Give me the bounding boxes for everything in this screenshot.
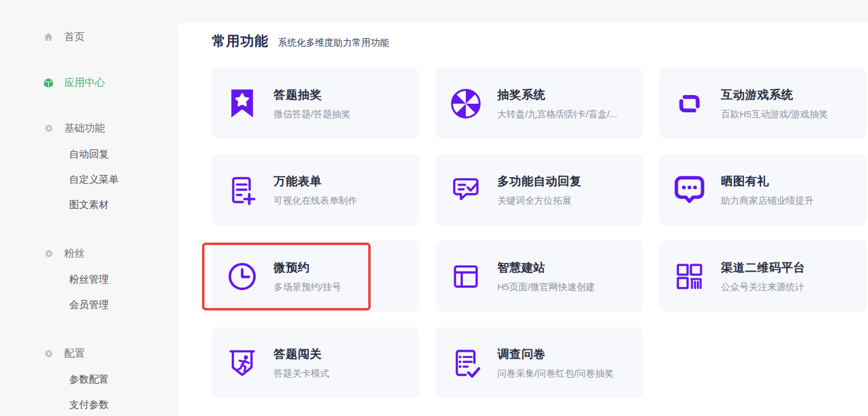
home-icon [43, 32, 54, 43]
runner-badge-icon [224, 345, 260, 381]
app-card-universal-form[interactable]: 万能表单 可视化在线表单制作 [212, 154, 419, 225]
sidebar-item-label: 首页 [64, 30, 85, 44]
sidebar-item-label: 粉丝管理 [69, 273, 109, 286]
app-card-quiz-lottery[interactable]: 答题抽奖 微信答题/答题抽奖 [212, 68, 419, 139]
app-card-interactive-game[interactable]: 互动游戏系统 百款H5互动游戏/游戏抽奖 [659, 68, 867, 139]
sidebar-item-label: 配置 [64, 347, 85, 360]
sidebar-item-config[interactable]: 配置 [0, 340, 178, 367]
app-card-survey[interactable]: 调查问卷 问卷采集/问卷红包/问卷抽奖 [436, 327, 643, 398]
main-panel: 常用功能 系统化多维度助力常用功能 答题抽奖 微信答题/答题抽奖 抽奖系统 大转… [178, 22, 868, 416]
app-card-photo-reward[interactable]: 晒图有礼 助力商家店铺业绩提升 [659, 154, 867, 225]
card-subtitle: 答题关卡模式 [274, 368, 329, 380]
card-title: 答题抽奖 [274, 87, 350, 103]
app-card-quiz-challenge[interactable]: 答题闯关 答题关卡模式 [212, 327, 419, 398]
app-card-grid: 答题抽奖 微信答题/答题抽奖 抽奖系统 大转盘/九宫格/刮刮卡/盲盒/... 互… [212, 68, 867, 398]
form-plus-icon [224, 172, 260, 208]
card-title: 万能表单 [274, 173, 357, 189]
card-title: 渠道二维码平台 [721, 260, 806, 276]
app-card-lottery-system[interactable]: 抽奖系统 大转盘/九宫格/刮刮卡/盲盒/... [436, 68, 643, 139]
sidebar-item-fans[interactable]: 粉丝 [0, 240, 178, 267]
gear-icon [43, 249, 54, 259]
card-subtitle: 百款H5互动游戏/游戏抽奖 [721, 109, 828, 120]
page-subtitle: 系统化多维度助力常用功能 [278, 37, 389, 49]
card-subtitle: 微信答题/答题抽奖 [274, 109, 350, 120]
card-title: 互动游戏系统 [721, 87, 828, 103]
card-title: 抽奖系统 [497, 87, 617, 103]
app-card-multi-auto-reply[interactable]: 多功能自动回复 关键词全方位拓展 [436, 154, 643, 225]
sidebar-item-payment-params[interactable]: 支付参数 [0, 393, 178, 416]
sidebar-item-basic-functions[interactable]: 基础功能 [0, 115, 178, 142]
sidebar-item-label: 自定义菜单 [69, 173, 119, 186]
app-card-micro-booking[interactable]: 微预约 多场景预约/挂号 [212, 241, 419, 312]
card-title: 答题闯关 [274, 346, 329, 362]
card-title: 多功能自动回复 [497, 173, 582, 189]
sidebar-item-label: 应用中心 [64, 76, 105, 89]
card-subtitle: H5页面/微官网快速创建 [497, 281, 595, 293]
card-title: 微预约 [274, 260, 341, 276]
sidebar-item-custom-menu[interactable]: 自定义菜单 [0, 167, 178, 193]
survey-check-icon [448, 345, 484, 381]
sidebar-item-label: 自动回复 [69, 148, 109, 161]
gear-icon [43, 349, 54, 359]
card-title: 智慧建站 [497, 260, 595, 276]
page-header: 常用功能 系统化多维度助力常用功能 [212, 32, 389, 51]
prize-wheel-icon [448, 86, 484, 122]
chat-dots-icon [672, 172, 707, 208]
card-subtitle: 多场景预约/挂号 [274, 281, 341, 293]
game-link-icon [672, 86, 707, 122]
browser-icon [448, 259, 484, 294]
card-subtitle: 助力商家店铺业绩提升 [721, 195, 814, 207]
sidebar-item-app-center[interactable]: 应用中心 [0, 69, 178, 96]
sidebar-item-label: 会员管理 [69, 299, 109, 312]
qrcode-icon [672, 259, 707, 294]
sidebar-item-media-material[interactable]: 图文素材 [0, 193, 178, 218]
sidebar-item-auto-reply[interactable]: 自动回复 [0, 142, 178, 167]
card-subtitle: 公众号关注来源统计 [721, 281, 806, 293]
gear-icon [43, 123, 54, 134]
sidebar-item-member-management[interactable]: 会员管理 [0, 293, 178, 318]
card-subtitle: 问卷采集/问卷红包/问卷抽奖 [497, 368, 613, 380]
sidebar-item-home[interactable]: 首页 [0, 23, 178, 51]
sidebar-item-label: 基础功能 [64, 122, 105, 135]
card-subtitle: 可视化在线表单制作 [274, 195, 357, 207]
sidebar-item-param-config[interactable]: 参数配置 [0, 367, 178, 393]
sidebar-item-label: 图文素材 [69, 199, 109, 212]
card-subtitle: 大转盘/九宫格/刮刮卡/盲盒/... [497, 109, 617, 120]
app-card-smart-website[interactable]: 智慧建站 H5页面/微官网快速创建 [436, 241, 643, 312]
card-subtitle: 关键词全方位拓展 [497, 195, 582, 207]
app-card-channel-qrcode[interactable]: 渠道二维码平台 公众号关注来源统计 [659, 241, 867, 312]
chat-check-icon [448, 172, 484, 208]
sidebar-item-fans-management[interactable]: 粉丝管理 [0, 267, 178, 293]
sidebar-item-label: 参数配置 [69, 373, 109, 386]
clock-icon [224, 259, 260, 294]
bookmark-star-icon [224, 86, 260, 122]
cube-icon [43, 78, 54, 88]
sidebar-item-label: 粉丝 [64, 247, 85, 260]
sidebar: 首页 应用中心 基础功能 自动回复 自定义菜单 图文素材 粉丝 粉丝管理 会员管… [0, 0, 178, 416]
sidebar-item-label: 支付参数 [69, 399, 109, 412]
page-title: 常用功能 [212, 32, 269, 51]
card-title: 调查问卷 [497, 346, 613, 362]
card-title: 晒图有礼 [721, 173, 814, 189]
